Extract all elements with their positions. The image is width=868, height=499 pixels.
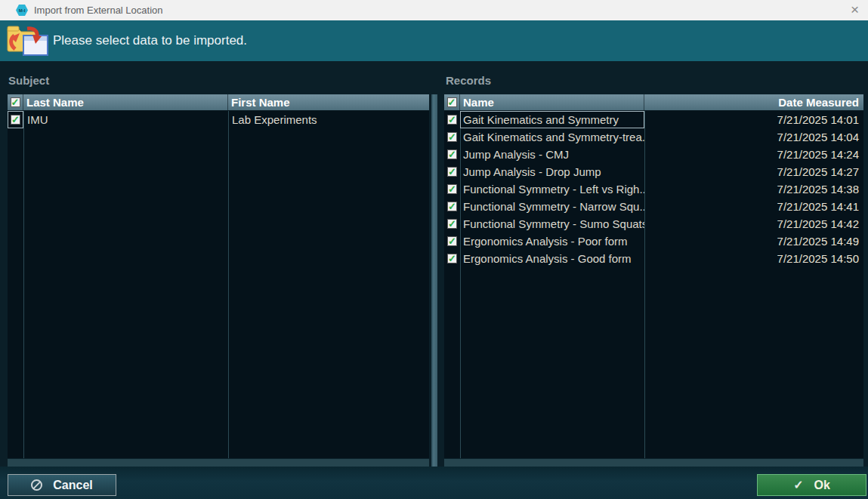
checkbox-cell[interactable]: ✓ xyxy=(444,163,460,180)
record-name-cell[interactable]: Functional Symmetry - Narrow Squ... xyxy=(460,198,644,215)
record-date-cell[interactable]: 7/21/2025 14:38 xyxy=(644,180,863,198)
ok-check-icon: ✓ xyxy=(793,478,803,492)
records-horizontal-scrollbar[interactable] xyxy=(444,458,863,467)
checkbox-cell[interactable]: ✓ xyxy=(444,233,460,250)
checkbox-cell[interactable]: ✓ xyxy=(444,128,460,146)
record-name-cell[interactable]: Gait Kinematics and Symmetry xyxy=(460,111,644,128)
first-name-cell[interactable]: Lab Experiments xyxy=(228,111,429,128)
column-header-first-name[interactable]: First Name xyxy=(228,94,429,110)
table-row[interactable]: ✓Functional Symmetry - Narrow Squ...7/21… xyxy=(444,198,863,215)
banner-message: Please select data to be imported. xyxy=(53,20,247,61)
record-date-cell[interactable]: 7/21/2025 14:49 xyxy=(644,233,863,250)
select-all-subjects-checkbox[interactable]: ✓ xyxy=(8,94,23,110)
checkbox-cell[interactable]: ✓ xyxy=(444,180,460,198)
panel-splitter[interactable] xyxy=(431,94,437,467)
checkbox-cell[interactable]: ✓ xyxy=(444,250,460,267)
import-dialog: M-I Import from External Location × Plea… xyxy=(0,0,868,499)
select-all-records-checkbox[interactable]: ✓ xyxy=(444,94,460,110)
record-name-cell[interactable]: Ergonomics Analysis - Good form xyxy=(460,250,644,267)
record-date-cell[interactable]: 7/21/2025 14:24 xyxy=(644,146,863,163)
table-row[interactable]: ✓Gait Kinematics and Symmetry7/21/2025 1… xyxy=(444,111,863,128)
row-checkbox[interactable]: ✓ xyxy=(447,184,457,194)
last-name-cell[interactable]: IMU xyxy=(23,111,228,128)
check-icon: ✓ xyxy=(448,168,456,176)
record-name-cell[interactable]: Functional Symmetry - Sumo Squats xyxy=(460,215,644,233)
records-table: ✓ Name Date Measured ✓Gait Kinematics an… xyxy=(444,94,863,467)
check-icon: ✓ xyxy=(448,99,456,106)
column-header-last-name[interactable]: Last Name xyxy=(23,94,228,110)
check-icon: ✓ xyxy=(448,220,456,228)
check-icon: ✓ xyxy=(448,134,456,141)
record-date-cell[interactable]: 7/21/2025 14:04 xyxy=(644,128,863,146)
table-row[interactable]: ✓IMULab Experiments xyxy=(8,111,429,128)
records-table-header: ✓ Name Date Measured xyxy=(444,94,863,111)
record-date-cell[interactable]: 7/21/2025 14:27 xyxy=(644,163,863,180)
cancel-slash-icon xyxy=(31,479,42,491)
checkbox-cell[interactable]: ✓ xyxy=(8,111,23,128)
row-checkbox[interactable]: ✓ xyxy=(447,254,457,263)
check-icon: ✓ xyxy=(11,99,20,106)
row-checkbox[interactable]: ✓ xyxy=(447,132,457,142)
column-header-date-measured[interactable]: Date Measured xyxy=(644,94,863,110)
table-row[interactable]: ✓Gait Kinematics and Symmetry-trea...7/2… xyxy=(444,128,863,146)
row-checkbox[interactable]: ✓ xyxy=(447,202,457,211)
check-icon: ✓ xyxy=(11,116,20,124)
record-name-cell[interactable]: Jump Analysis - Drop Jump xyxy=(460,163,644,180)
record-date-cell[interactable]: 7/21/2025 14:01 xyxy=(644,111,863,128)
grid-line xyxy=(23,111,24,458)
table-row[interactable]: ✓Ergonomics Analysis - Poor form7/21/202… xyxy=(444,233,863,250)
row-checkbox[interactable]: ✓ xyxy=(447,236,457,246)
cancel-label: Cancel xyxy=(42,479,92,492)
table-row[interactable]: ✓Functional Symmetry - Sumo Squats7/21/2… xyxy=(444,215,863,233)
record-date-cell[interactable]: 7/21/2025 14:42 xyxy=(644,215,863,233)
record-date-cell[interactable]: 7/21/2025 14:41 xyxy=(644,198,863,215)
check-icon: ✓ xyxy=(448,255,456,263)
close-icon[interactable]: × xyxy=(851,0,859,19)
record-name-cell[interactable]: Ergonomics Analysis - Poor form xyxy=(460,233,644,250)
subject-table-body: ✓IMULab Experiments xyxy=(8,111,429,458)
checkbox-cell[interactable]: ✓ xyxy=(444,198,460,215)
record-name-cell[interactable]: Functional Symmetry - Left vs Righ... xyxy=(460,180,644,198)
check-icon: ✓ xyxy=(448,203,456,211)
record-name-cell[interactable]: Gait Kinematics and Symmetry-trea... xyxy=(460,128,644,146)
checkbox-cell[interactable]: ✓ xyxy=(444,215,460,233)
titlebar: M-I Import from External Location × xyxy=(0,0,868,20)
cancel-button[interactable]: Cancel xyxy=(8,474,116,496)
checkbox-icon: ✓ xyxy=(11,97,20,107)
record-name-cell[interactable]: Jump Analysis - CMJ xyxy=(460,146,644,163)
column-header-name[interactable]: Name xyxy=(460,94,644,110)
records-table-body: ✓Gait Kinematics and Symmetry7/21/2025 1… xyxy=(444,111,863,458)
subject-table-header: ✓ Last Name First Name xyxy=(8,94,429,111)
row-checkbox[interactable]: ✓ xyxy=(447,149,457,159)
footer: Cancel ✓ Ok xyxy=(0,467,868,499)
check-icon: ✓ xyxy=(448,116,456,124)
table-row[interactable]: ✓Ergonomics Analysis - Good form7/21/202… xyxy=(444,250,863,267)
row-checkbox[interactable]: ✓ xyxy=(11,115,20,125)
check-icon: ✓ xyxy=(448,238,456,245)
window-title: Import from External Location xyxy=(34,0,163,20)
checkbox-icon: ✓ xyxy=(447,97,457,107)
record-date-cell[interactable]: 7/21/2025 14:50 xyxy=(644,250,863,267)
row-checkbox[interactable]: ✓ xyxy=(447,115,457,125)
checkbox-cell[interactable]: ✓ xyxy=(444,111,460,128)
subject-horizontal-scrollbar[interactable] xyxy=(8,458,429,467)
check-icon: ✓ xyxy=(448,151,456,159)
row-checkbox[interactable]: ✓ xyxy=(447,219,457,229)
check-icon: ✓ xyxy=(448,186,456,193)
banner: Please select data to be imported. xyxy=(0,20,868,61)
app-monogram: M-I xyxy=(19,8,26,13)
table-row[interactable]: ✓Functional Symmetry - Left vs Righ...7/… xyxy=(444,180,863,198)
app-logo-icon: M-I xyxy=(16,5,28,16)
records-panel-title: Records xyxy=(446,74,491,87)
row-checkbox[interactable]: ✓ xyxy=(447,167,457,177)
import-folder-icon xyxy=(6,23,50,58)
ok-button[interactable]: ✓ Ok xyxy=(757,474,866,496)
checkbox-cell[interactable]: ✓ xyxy=(444,146,460,163)
content-area: Subject Records ✓ Last Name First Name ✓… xyxy=(0,61,868,467)
table-row[interactable]: ✓Jump Analysis - Drop Jump7/21/2025 14:2… xyxy=(444,163,863,180)
subject-table: ✓ Last Name First Name ✓IMULab Experimen… xyxy=(8,94,429,467)
subject-panel-title: Subject xyxy=(8,74,49,87)
table-row[interactable]: ✓Jump Analysis - CMJ7/21/2025 14:24 xyxy=(444,146,863,163)
grid-line xyxy=(228,111,229,458)
ok-label: Ok xyxy=(804,479,830,492)
